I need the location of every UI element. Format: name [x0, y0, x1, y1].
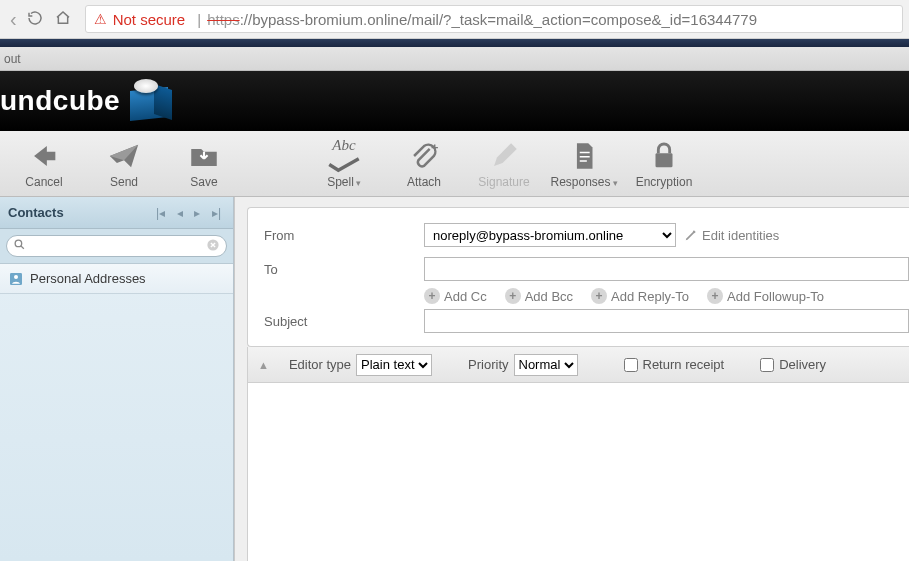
edit-identities-label: Edit identities	[702, 228, 779, 243]
arrow-left-icon	[4, 137, 84, 175]
priority-group: Priority Normal	[468, 354, 577, 376]
last-page-icon[interactable]: ▸|	[212, 206, 221, 220]
folder-download-icon	[164, 137, 244, 175]
return-receipt-label: Return receipt	[643, 357, 725, 372]
add-bcc-label: Add Bcc	[525, 289, 573, 304]
add-followup-label: Add Followup-To	[727, 289, 824, 304]
priority-select[interactable]: Normal	[514, 354, 578, 376]
contacts-sidebar: Contacts |◂ ◂ ▸ ▸| Perso	[0, 197, 234, 561]
url-protocol: https	[207, 11, 240, 28]
window-top-strip	[0, 39, 909, 47]
svg-point-2	[15, 240, 22, 247]
subject-input[interactable]	[424, 309, 909, 333]
add-cc-label: Add Cc	[444, 289, 487, 304]
save-button[interactable]: Save	[164, 137, 244, 189]
url-separator: |	[197, 11, 201, 28]
pencil-icon	[684, 228, 698, 242]
contacts-title: Contacts	[8, 205, 64, 220]
compose-options-bar: ▲ Editor type Plain text Priority Normal…	[247, 347, 909, 383]
message-body-editor[interactable]	[247, 383, 909, 561]
pencil-icon	[464, 137, 544, 175]
abc-text: Abc	[332, 137, 355, 154]
delivery-checkbox[interactable]	[760, 358, 774, 372]
compose-main: From noreply@bypass-bromium.online Edit …	[234, 197, 909, 561]
signature-label: Signature	[464, 175, 544, 189]
delivery-label: Delivery	[779, 357, 826, 372]
not-secure-label: Not secure	[113, 11, 186, 28]
reload-icon[interactable]	[27, 10, 43, 29]
spell-label: Spell	[327, 175, 354, 189]
svg-rect-1	[656, 153, 673, 167]
prev-page-icon[interactable]: ◂	[177, 206, 183, 220]
editor-type-select[interactable]: Plain text	[356, 354, 432, 376]
subject-label: Subject	[264, 314, 424, 329]
return-receipt-checkbox[interactable]	[624, 358, 638, 372]
spell-button[interactable]: Abc Spell▾	[304, 137, 384, 189]
url-field[interactable]: ⚠ Not secure | https://bypass-bromium.on…	[85, 5, 903, 33]
addressbook-label: Personal Addresses	[30, 271, 146, 286]
edit-identities-link[interactable]: Edit identities	[684, 228, 779, 243]
app-header: undcube	[0, 71, 909, 131]
taskbar-item[interactable]: out	[4, 52, 21, 66]
home-icon[interactable]	[55, 10, 71, 29]
from-label: From	[264, 228, 424, 243]
lock-icon	[624, 137, 704, 175]
responses-label: Responses	[550, 175, 610, 189]
plus-icon: +	[591, 288, 607, 304]
add-cc-link[interactable]: +Add Cc	[424, 288, 487, 304]
encryption-button[interactable]: Encryption	[624, 137, 704, 189]
paper-plane-icon	[84, 137, 164, 175]
document-icon	[544, 137, 624, 175]
plus-icon: +	[424, 288, 440, 304]
cancel-label: Cancel	[4, 175, 84, 189]
chevron-down-icon: ▾	[356, 178, 361, 188]
warning-icon: ⚠	[94, 11, 107, 27]
addressbook-personal[interactable]: Personal Addresses	[0, 264, 233, 294]
delivery-group[interactable]: Delivery	[760, 357, 826, 372]
responses-button[interactable]: Responses▾	[544, 137, 624, 189]
addressbook-icon	[8, 271, 24, 287]
app-logo-icon	[126, 77, 174, 125]
editor-type-label: Editor type	[289, 357, 351, 372]
contacts-search-input[interactable]	[6, 235, 227, 257]
collapse-icon[interactable]: ▲	[258, 359, 269, 371]
plus-icon: +	[707, 288, 723, 304]
encryption-label: Encryption	[624, 175, 704, 189]
cancel-button[interactable]: Cancel	[4, 137, 84, 189]
signature-button: Signature	[464, 137, 544, 189]
send-label: Send	[84, 175, 164, 189]
from-select[interactable]: noreply@bypass-bromium.online	[424, 223, 676, 247]
to-input[interactable]	[424, 257, 909, 281]
send-button[interactable]: Send	[84, 137, 164, 189]
next-page-icon[interactable]: ▸	[194, 206, 200, 220]
save-label: Save	[164, 175, 244, 189]
paperclip-icon: +	[384, 137, 464, 175]
contacts-header: Contacts |◂ ◂ ▸ ▸|	[0, 197, 233, 229]
svg-text:+: +	[431, 140, 438, 155]
attach-button[interactable]: + Attach	[384, 137, 464, 189]
add-followup-link[interactable]: +Add Followup-To	[707, 288, 824, 304]
to-label: To	[264, 262, 424, 277]
top-taskbar: out	[0, 47, 909, 71]
clear-search-icon[interactable]	[206, 238, 220, 255]
search-icon	[13, 238, 26, 254]
add-replyto-link[interactable]: +Add Reply-To	[591, 288, 689, 304]
add-replyto-label: Add Reply-To	[611, 289, 689, 304]
contacts-search-field[interactable]	[26, 239, 206, 253]
url-path: ://bypass-bromium.online/mail/?_task=mai…	[240, 11, 757, 28]
editor-type-group: Editor type Plain text	[289, 354, 432, 376]
spellcheck-icon: Abc	[304, 137, 384, 175]
nav-back-icon[interactable]: ‹	[10, 8, 17, 31]
chevron-down-icon: ▾	[613, 178, 618, 188]
attach-label: Attach	[384, 175, 464, 189]
contacts-pager: |◂ ◂ ▸ ▸|	[152, 205, 225, 220]
return-receipt-group[interactable]: Return receipt	[624, 357, 725, 372]
browser-address-bar: ‹ ⚠ Not secure | https://bypass-bromium.…	[0, 0, 909, 39]
first-page-icon[interactable]: |◂	[156, 206, 165, 220]
add-bcc-link[interactable]: +Add Bcc	[505, 288, 573, 304]
priority-label: Priority	[468, 357, 508, 372]
svg-point-5	[14, 275, 18, 279]
compose-headers: From noreply@bypass-bromium.online Edit …	[247, 207, 909, 347]
app-logo-text: undcube	[0, 85, 120, 117]
plus-icon: +	[505, 288, 521, 304]
